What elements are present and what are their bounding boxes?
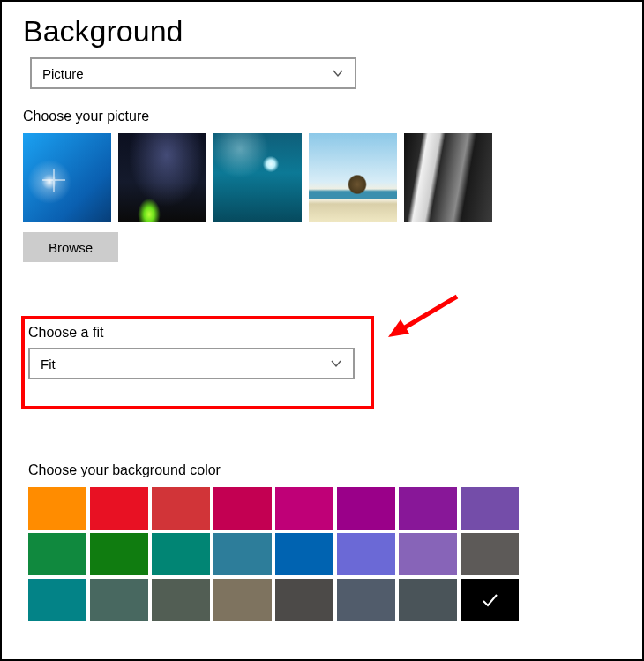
color-swatch[interactable] <box>461 533 519 575</box>
background-color-section: Choose your background color <box>28 443 519 621</box>
color-swatch[interactable] <box>275 579 333 621</box>
background-type-dropdown[interactable]: Picture <box>30 57 356 89</box>
color-swatch[interactable] <box>337 487 395 530</box>
picture-thumb[interactable] <box>309 133 397 222</box>
picture-thumb[interactable] <box>118 133 206 222</box>
svg-marker-1 <box>388 319 409 337</box>
color-swatch[interactable] <box>337 579 395 621</box>
picture-thumbnails <box>23 133 621 222</box>
color-swatch[interactable] <box>90 533 148 575</box>
color-swatch[interactable] <box>213 533 272 575</box>
color-swatch[interactable] <box>213 487 272 530</box>
chevron-down-icon <box>332 67 344 79</box>
choose-fit-label: Choose a fit <box>28 325 372 341</box>
color-swatch[interactable] <box>461 579 519 621</box>
color-swatch[interactable] <box>399 533 457 575</box>
color-swatch[interactable] <box>399 579 457 621</box>
color-swatch[interactable] <box>28 487 86 530</box>
color-swatch-grid <box>28 487 519 621</box>
choose-picture-label: Choose your picture <box>23 109 621 124</box>
color-swatch[interactable] <box>152 579 210 621</box>
background-type-value: Picture <box>42 66 84 81</box>
color-swatch[interactable] <box>28 579 86 621</box>
color-swatch[interactable] <box>337 533 395 575</box>
color-swatch[interactable] <box>90 487 148 530</box>
annotation-arrow-icon <box>383 289 462 342</box>
color-swatch[interactable] <box>28 533 86 575</box>
fit-section: Choose a fit Fit <box>28 319 372 379</box>
choose-color-label: Choose your background color <box>28 462 519 478</box>
color-swatch[interactable] <box>152 487 210 530</box>
color-swatch[interactable] <box>213 579 272 621</box>
picture-thumb[interactable] <box>213 133 302 222</box>
color-swatch[interactable] <box>461 487 519 530</box>
fit-value: Fit <box>41 357 56 372</box>
color-swatch[interactable] <box>152 533 210 575</box>
fit-dropdown[interactable]: Fit <box>28 348 355 379</box>
picture-thumb[interactable] <box>404 133 492 222</box>
color-swatch[interactable] <box>275 487 333 530</box>
color-swatch[interactable] <box>275 533 333 575</box>
chevron-down-icon <box>330 357 342 370</box>
checkmark-icon <box>461 579 519 621</box>
color-swatch[interactable] <box>399 487 457 530</box>
svg-line-0 <box>401 297 457 330</box>
page-title: Background <box>23 14 621 49</box>
settings-background-panel: Background Picture Choose your picture B… <box>0 0 644 661</box>
browse-button[interactable]: Browse <box>23 232 118 262</box>
picture-thumb[interactable] <box>23 133 111 222</box>
color-swatch[interactable] <box>90 579 148 621</box>
